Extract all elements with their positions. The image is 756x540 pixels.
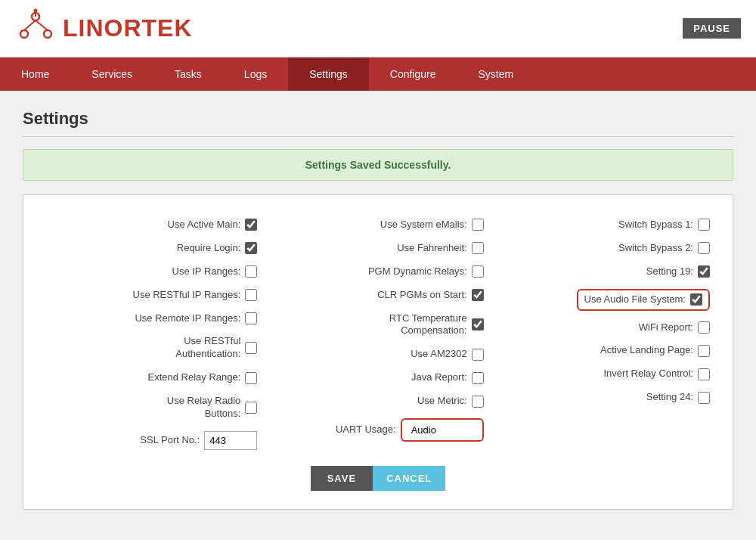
- checkbox-require-login[interactable]: [245, 242, 257, 254]
- nav-home[interactable]: Home: [0, 57, 70, 91]
- setting-wifi-report: WiFi Report:: [491, 316, 717, 340]
- setting-java-report: Java Report:: [265, 366, 491, 389]
- checkbox-use-restful-ip-ranges[interactable]: [245, 289, 257, 301]
- svg-point-6: [34, 9, 38, 13]
- col1: Use Active Main: Require Login: Use IP R…: [39, 213, 265, 455]
- checkbox-pgm-dynamic-relays[interactable]: [472, 265, 484, 278]
- setting-rtc-temp: RTC TemperatureCompensation:: [265, 307, 491, 343]
- checkbox-use-am2302[interactable]: [472, 349, 484, 361]
- col2: Use System eMails: Use Fahrenheit: PGM D…: [265, 213, 491, 447]
- uart-highlight: [401, 418, 484, 442]
- setting-use-relay-radio: Use Relay RadioButtons:: [39, 389, 265, 426]
- svg-point-2: [44, 30, 51, 38]
- setting-require-login: Require Login:: [39, 237, 265, 260]
- checkbox-rtc-temp[interactable]: [472, 318, 484, 331]
- checkbox-extend-relay-range[interactable]: [245, 372, 257, 384]
- page-title: Settings: [23, 109, 733, 137]
- nav-tasks[interactable]: Tasks: [153, 57, 223, 91]
- checkbox-use-ip-ranges[interactable]: [245, 265, 257, 278]
- col3: Switch Bypass 1: Switch Bypass 2: Settin…: [491, 213, 717, 409]
- checkbox-use-active-main[interactable]: [245, 219, 257, 231]
- checkbox-active-landing-page[interactable]: [698, 345, 710, 357]
- setting-19: Setting 19:: [491, 260, 717, 284]
- setting-use-am2302: Use AM2302: [265, 343, 491, 366]
- setting-switch-bypass-1: Switch Bypass 1:: [491, 213, 717, 237]
- logo: LINORTEK: [15, 8, 193, 49]
- setting-invert-relay-control: Invert Relay Control:: [491, 362, 717, 386]
- checkbox-invert-relay-control[interactable]: [698, 368, 710, 380]
- logo-text: LINORTEK: [63, 14, 193, 42]
- checkbox-use-remote-ip-ranges[interactable]: [245, 312, 257, 324]
- setting-use-fahrenheit: Use Fahrenheit:: [265, 237, 491, 260]
- setting-clr-pgms-on-start: CLR PGMs on Start:: [265, 284, 491, 307]
- setting-use-ip-ranges: Use IP Ranges:: [39, 260, 265, 284]
- nav-configure[interactable]: Configure: [369, 57, 457, 91]
- setting-ssl-port: SSL Port No.:: [39, 426, 265, 455]
- setting-pgm-dynamic-relays: PGM Dynamic Relays:: [265, 260, 491, 284]
- checkbox-use-relay-radio[interactable]: [245, 402, 257, 414]
- checkbox-use-audio-file-system[interactable]: [690, 293, 702, 306]
- checkbox-clr-pgms-on-start[interactable]: [472, 289, 484, 301]
- cancel-button[interactable]: CANCEL: [373, 466, 445, 491]
- setting-active-landing-page: Active Landing Page:: [491, 339, 717, 362]
- input-uart-usage[interactable]: [408, 423, 476, 437]
- svg-point-1: [20, 30, 28, 38]
- checkbox-use-restful-auth[interactable]: [245, 342, 257, 354]
- input-ssl-port[interactable]: [204, 431, 257, 450]
- checkbox-use-system-emails[interactable]: [472, 219, 484, 231]
- checkbox-setting-19[interactable]: [698, 265, 710, 278]
- save-button[interactable]: SAVE: [311, 466, 373, 491]
- svg-line-4: [36, 20, 48, 30]
- settings-card: Use Active Main: Require Login: Use IP R…: [23, 194, 733, 510]
- checkbox-setting-24[interactable]: [698, 392, 710, 404]
- setting-use-active-main: Use Active Main:: [39, 213, 265, 237]
- nav-logs[interactable]: Logs: [223, 57, 288, 91]
- button-row: SAVE CANCEL: [39, 466, 717, 491]
- setting-use-restful-auth: Use RESTfulAuthentication:: [39, 330, 265, 366]
- audio-file-system-highlight: Use Audio File System:: [577, 289, 710, 311]
- nav-settings[interactable]: Settings: [288, 57, 369, 91]
- header: LINORTEK PAUSE: [0, 0, 756, 57]
- setting-uart-usage: UART Usage:: [265, 413, 491, 447]
- checkbox-switch-bypass-2[interactable]: [698, 242, 710, 254]
- nav-services[interactable]: Services: [70, 57, 153, 91]
- setting-use-remote-ip-ranges: Use Remote IP Ranges:: [39, 307, 265, 331]
- setting-use-audio-file-system: Use Audio File System:: [491, 284, 717, 316]
- svg-line-3: [24, 20, 36, 30]
- pause-button[interactable]: PAUSE: [683, 18, 741, 39]
- setting-switch-bypass-2: Switch Bypass 2:: [491, 237, 717, 260]
- nav-system[interactable]: System: [457, 57, 535, 91]
- checkbox-use-metric[interactable]: [472, 396, 484, 408]
- setting-24: Setting 24:: [491, 386, 717, 409]
- checkbox-java-report[interactable]: [472, 372, 484, 384]
- setting-extend-relay-range: Extend Relay Range:: [39, 366, 265, 389]
- checkbox-use-fahrenheit[interactable]: [472, 242, 484, 254]
- main-nav: Home Services Tasks Logs Settings Config…: [0, 57, 756, 91]
- success-banner: Settings Saved Successfully.: [23, 149, 733, 181]
- checkbox-wifi-report[interactable]: [698, 321, 710, 334]
- setting-use-system-emails: Use System eMails:: [265, 213, 491, 237]
- main-content: Settings Settings Saved Successfully. Us…: [0, 91, 756, 528]
- checkbox-switch-bypass-1[interactable]: [698, 219, 710, 231]
- footer: Version v19.04.20K Copyright (c) 2013-20…: [0, 535, 756, 540]
- setting-use-restful-ip-ranges: Use RESTful IP Ranges:: [39, 284, 265, 307]
- logo-icon: [15, 8, 57, 49]
- setting-use-metric: Use Metric:: [265, 389, 491, 413]
